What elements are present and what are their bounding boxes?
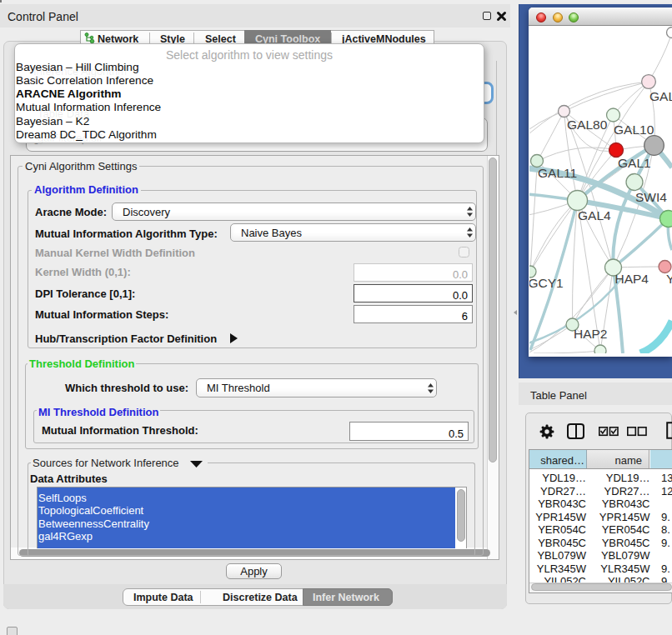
svg-text:HAP4: HAP4 bbox=[615, 272, 649, 286]
svg-text:GAL1: GAL1 bbox=[618, 156, 651, 170]
svg-text:GAL4: GAL4 bbox=[578, 208, 611, 222]
svg-text:SWI4: SWI4 bbox=[635, 190, 667, 204]
svg-text:HAP2: HAP2 bbox=[574, 327, 608, 341]
svg-text:GAL80: GAL80 bbox=[567, 118, 608, 132]
svg-text:GAL7: GAL7 bbox=[649, 89, 672, 103]
svg-text:Y: Y bbox=[666, 272, 672, 286]
svg-text:GAL10: GAL10 bbox=[614, 122, 654, 137]
svg-text:GCY1: GCY1 bbox=[529, 276, 564, 290]
svg-text:GAL11: GAL11 bbox=[538, 166, 577, 180]
